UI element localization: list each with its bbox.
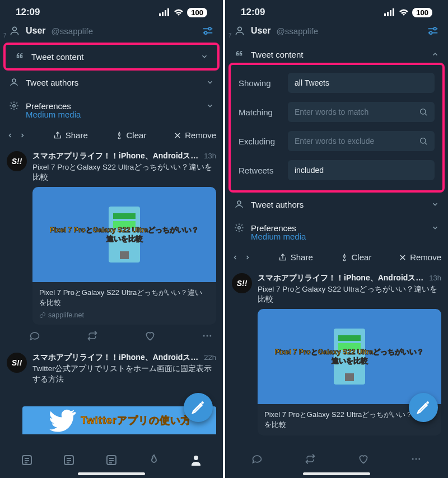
share-button[interactable]: Share	[278, 252, 313, 262]
section-label: Tweet content	[31, 52, 83, 62]
more-icon[interactable]	[410, 453, 422, 465]
section-label: Preferences	[251, 223, 296, 233]
svg-point-39	[430, 31, 432, 34]
svg-line-41	[425, 114, 427, 115]
tab-profile[interactable]	[189, 453, 203, 467]
phone-right: 12:09 100 7 User @ssapplife Tweet conten…	[225, 0, 448, 478]
reply-icon[interactable]	[29, 330, 40, 341]
card-domain: sapplife.net	[39, 311, 209, 319]
section-tweet-authors[interactable]: Tweet authors	[0, 71, 223, 94]
like-icon[interactable]	[144, 330, 156, 341]
next-arrow-icon[interactable]	[244, 254, 251, 261]
status-bar: 12:09 100	[0, 0, 223, 20]
filters-icon[interactable]	[202, 25, 214, 37]
user-icon	[9, 25, 20, 36]
section-label: Tweet authors	[26, 78, 78, 87]
home-indicator	[303, 472, 370, 475]
section-tweet-content[interactable]: Tweet content	[225, 43, 448, 63]
status-time: 12:09	[241, 7, 265, 18]
user-handle: @ssapplife	[277, 26, 318, 36]
signal-icon	[159, 8, 170, 16]
quote-icon	[234, 49, 244, 59]
clear-button[interactable]: Clear	[340, 252, 372, 262]
clear-button[interactable]: Clear	[115, 130, 147, 140]
prev-arrow-icon[interactable]	[232, 254, 239, 261]
filter-input[interactable]: Enter words to match	[288, 102, 435, 122]
svg-point-30	[194, 456, 198, 460]
section-tweet-authors[interactable]: Tweet authors	[225, 193, 448, 216]
card-overlay-text: Pixel 7 ProとGalaxy S22 Ultraどっちがいい？ 違いを比…	[275, 348, 424, 367]
svg-rect-32	[387, 12, 389, 16]
tweet-text: Pixel 7 ProとGalaxy S22 Ultraどっちがいい？違いを比較	[32, 162, 216, 182]
more-icon[interactable]	[202, 330, 213, 341]
tab-timeline-2[interactable]	[62, 453, 76, 467]
status-right: 100	[384, 8, 432, 17]
tab-timeline-3[interactable]	[105, 453, 118, 467]
tweet-time: 13h	[204, 152, 216, 160]
share-button[interactable]: Share	[53, 130, 88, 140]
reply-icon[interactable]	[251, 453, 263, 465]
filter-excluding[interactable]: Excluding Enter words to exclude	[231, 126, 442, 156]
gear-icon	[234, 223, 244, 233]
section-preferences[interactable]: Preferences	[225, 216, 448, 235]
column-index: 7	[228, 32, 232, 39]
retweet-icon[interactable]	[86, 330, 99, 341]
filter-retweets[interactable]: Retweets included	[231, 156, 442, 185]
status-time: 12:09	[16, 7, 40, 18]
remove-button[interactable]: Remove	[174, 130, 216, 140]
svg-point-51	[416, 458, 417, 460]
card-title: Pixel 7 ProとGalaxy S22 Ultraどっちがいい？違いを比較	[39, 288, 209, 308]
user-header[interactable]: User @ssapplife	[225, 20, 448, 43]
svg-rect-3	[167, 8, 169, 16]
tweet-author-name: スマホアプリライフ！！iPhone、Androidスマ…	[32, 151, 200, 161]
filter-value[interactable]: all Tweets	[288, 73, 435, 93]
user-name: User	[26, 26, 46, 36]
tweet-item[interactable]: S!! スマホアプリライフ！！iPhone、Androidスマ… 22h Twi…	[0, 347, 223, 384]
section-tweet-content[interactable]: Tweet content	[6, 45, 217, 68]
avatar[interactable]: S!!	[7, 353, 27, 373]
svg-point-40	[421, 109, 426, 114]
svg-point-10	[13, 105, 16, 107]
user-icon	[9, 77, 19, 87]
wifi-icon	[174, 8, 184, 16]
twitter-bird-icon	[47, 406, 76, 434]
svg-point-35	[238, 27, 242, 31]
svg-point-50	[412, 458, 414, 460]
tab-timeline-1[interactable]	[20, 453, 34, 467]
tweet-content-filters-highlight: Showing all Tweets Matching Enter words …	[228, 63, 445, 193]
user-header[interactable]: User @ssapplife	[0, 20, 223, 43]
svg-point-52	[418, 458, 420, 460]
svg-point-37	[433, 27, 436, 30]
avatar[interactable]: S!!	[7, 151, 27, 171]
card-overlay-text: Pixel 7 ProとGalaxy S22 Ultraどっちがいい？ 違いを比…	[50, 226, 199, 245]
share-label: Share	[66, 130, 88, 140]
tweet-time: 22h	[204, 353, 216, 362]
svg-point-4	[13, 27, 17, 31]
share-label: Share	[291, 252, 313, 262]
retweet-icon[interactable]	[304, 453, 316, 465]
filter-matching[interactable]: Matching Enter words to match	[231, 97, 442, 126]
filters-icon[interactable]	[427, 25, 439, 37]
next-arrow-icon[interactable]	[19, 132, 26, 139]
filter-label: Excluding	[239, 137, 282, 146]
status-bar: 12:09 100	[225, 0, 448, 20]
filter-input[interactable]: Enter words to exclude	[288, 131, 435, 151]
tab-trending[interactable]	[147, 453, 161, 467]
filter-label: Showing	[239, 78, 282, 88]
compose-fab[interactable]	[184, 393, 213, 422]
like-icon[interactable]	[358, 453, 369, 465]
wifi-icon	[399, 8, 409, 16]
section-preferences[interactable]: Preferences	[0, 94, 223, 113]
clear-label: Clear	[127, 130, 147, 140]
avatar[interactable]: S!!	[232, 273, 252, 293]
link-card[interactable]: Pixel 7 ProとGalaxy S22 Ultraどっちがいい？ 違いを比…	[32, 187, 216, 325]
gear-icon	[9, 101, 19, 111]
svg-point-45	[238, 227, 241, 229]
filter-showing[interactable]: Showing all Tweets	[231, 68, 442, 97]
tweet-item[interactable]: S!! スマホアプリライフ！！iPhone、Androidスマ… 13h Pix…	[0, 146, 223, 325]
filter-value[interactable]: included	[288, 160, 435, 180]
compose-fab[interactable]	[409, 393, 438, 422]
prev-arrow-icon[interactable]	[7, 132, 13, 139]
remove-button[interactable]: Remove	[399, 252, 441, 262]
svg-point-9	[12, 79, 16, 82]
